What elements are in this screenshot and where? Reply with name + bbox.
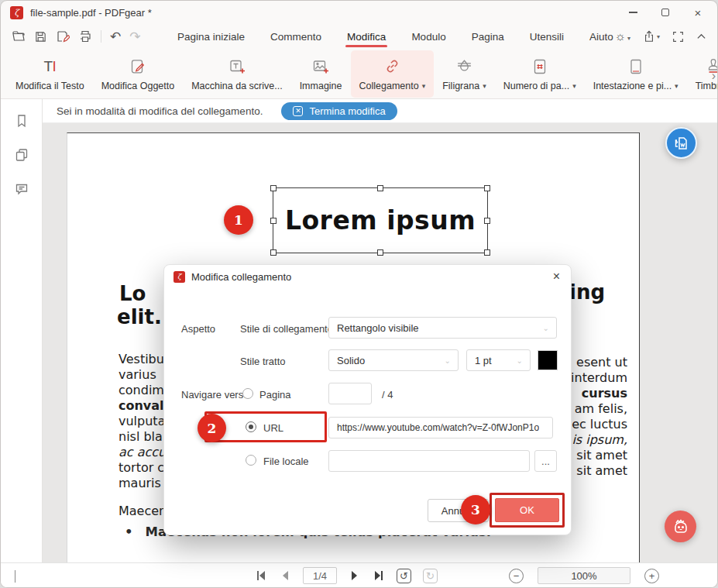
pages-panel-button[interactable] [14, 147, 29, 163]
tool-label: Modifica il Testo [15, 81, 84, 91]
tool-label: Collegamento [359, 81, 419, 91]
link-style-select[interactable]: Rettangolo visibile ⌄ [328, 317, 557, 339]
url-value: https://www.youtube.com/watch?v=Z-0fWJon… [337, 422, 539, 433]
tool-label: Macchina da scrive... [191, 81, 282, 91]
link-icon [383, 57, 401, 75]
collapse-ribbon-button[interactable] [696, 32, 706, 42]
redo-button[interactable]: ↷ [129, 30, 140, 43]
stroke-width-select[interactable]: 1 pt ⌄ [466, 349, 531, 371]
next-view-button[interactable]: ↻ [423, 569, 438, 583]
tool-typewriter[interactable]: Macchina da scrive... [183, 50, 290, 98]
dialog-title-bar: ζ Modifica collegamento [164, 265, 571, 288]
menu-bar: ↶ ↷ Pagina iniziale Commento Modifica Mo… [1, 24, 717, 49]
local-file-label: File locale [263, 456, 309, 467]
pdfgear-logo-icon: ζ [173, 271, 185, 283]
menu-modulo[interactable]: Modulo [410, 27, 447, 46]
first-page-button[interactable] [255, 569, 267, 582]
tool-watermark[interactable]: Filigrana▾ [434, 50, 494, 98]
tool-page-number[interactable]: Numero di pa...▾ [495, 50, 585, 98]
menu-utensili[interactable]: Utensili [528, 27, 565, 46]
previous-view-button[interactable]: ↺ [397, 569, 411, 583]
status-bar: 1/4 ↺ ↻ − 100% + [1, 562, 717, 587]
robot-icon [671, 517, 691, 537]
last-page-button[interactable] [373, 569, 385, 582]
chevron-down-icon: ⌄ [543, 324, 549, 332]
link-selection-box[interactable]: Lorem ipsum [273, 187, 488, 253]
resize-handle[interactable] [377, 249, 383, 256]
convert-to-word-button[interactable] [665, 127, 697, 159]
watermark-icon [455, 57, 473, 75]
share-button[interactable]: ▾ [643, 30, 660, 43]
page-navigation: 1/4 ↺ ↻ [255, 563, 438, 588]
tool-edit-text[interactable]: Tl Modifica il Testo [7, 50, 93, 98]
link-style-value: Rettangolo visibile [337, 322, 419, 334]
header-footer-icon [627, 57, 644, 75]
menu-commento[interactable]: Commento [269, 27, 323, 46]
resize-handle[interactable] [484, 218, 490, 224]
page-option-label: Pagina [259, 389, 290, 401]
tool-label: Immagine [300, 81, 342, 91]
menu-aiuto[interactable]: Aiuto [588, 27, 615, 46]
fullscreen-button[interactable] [672, 31, 684, 43]
next-page-button[interactable] [349, 569, 361, 582]
page-number-input[interactable] [328, 383, 372, 404]
tool-header-footer[interactable]: Intestazione e pi...▾ [585, 50, 687, 98]
dialog-close-button[interactable]: × [553, 270, 560, 284]
chevron-down-icon: ▾ [675, 82, 678, 90]
close-button[interactable]: × [682, 1, 714, 24]
print-button[interactable] [78, 29, 92, 43]
stroke-color-swatch[interactable] [538, 350, 558, 370]
resize-handle[interactable] [270, 249, 277, 256]
bullet-icon: • [125, 524, 133, 539]
pdfgear-logo-icon: ζ [10, 6, 23, 19]
left-panel-bar [1, 99, 43, 562]
stroke-style-select[interactable]: Solido ⌄ [328, 349, 459, 371]
resize-handle[interactable] [270, 218, 277, 224]
menu-modifica[interactable]: Modifica [345, 27, 387, 46]
zoom-in-button[interactable]: + [644, 569, 659, 583]
save-button[interactable] [34, 30, 47, 43]
undo-button[interactable]: ↶ [110, 30, 121, 43]
ai-assistant-button[interactable] [665, 511, 696, 542]
local-file-radio[interactable] [246, 455, 256, 466]
local-file-input[interactable] [328, 450, 530, 472]
tool-image[interactable]: Immagine [291, 50, 351, 98]
zoom-level-input[interactable]: 100% [538, 567, 630, 584]
chevron-down-icon: ▾ [483, 82, 486, 90]
resize-handle[interactable] [484, 249, 490, 256]
theme-button[interactable]: ☼▾ [614, 30, 630, 43]
comments-panel-button[interactable] [14, 181, 29, 197]
collapse-panel-button[interactable] [15, 570, 15, 582]
resize-handle[interactable] [377, 185, 383, 191]
stroke-width-value: 1 pt [475, 355, 492, 366]
end-edit-label: Termina modifica [309, 105, 385, 117]
minimize-button[interactable] [617, 1, 649, 24]
tool-edit-object[interactable]: Modifica Oggetto [93, 50, 184, 98]
page-radio[interactable] [242, 388, 253, 399]
tool-label: Numero di pa... [503, 81, 569, 91]
end-edit-button[interactable]: ✕ Termina modifica [281, 102, 397, 120]
menu-pagina-iniziale[interactable]: Pagina iniziale [176, 27, 246, 46]
open-file-button[interactable] [12, 29, 26, 43]
stroke-style-label: Stile tratto [240, 356, 286, 367]
url-input[interactable]: https://www.youtube.com/watch?v=Z-0fWJon… [328, 417, 553, 438]
edit-ribbon: Tl Modifica il Testo Modifica Oggetto Ma… [1, 49, 717, 99]
save-as-button[interactable] [56, 29, 70, 43]
menu-pagina[interactable]: Pagina [470, 27, 506, 46]
maximize-button[interactable] [649, 1, 682, 24]
page-indicator-input[interactable]: 1/4 [303, 567, 337, 584]
pdf-text-fragment: elit. [117, 305, 162, 328]
resize-handle[interactable] [484, 185, 490, 191]
link-style-label: Stile di collegamento [240, 323, 333, 335]
window-controls: × [617, 1, 714, 24]
tool-label: Filigrana [442, 81, 479, 91]
previous-page-button[interactable] [279, 569, 291, 582]
ribbon-scroll-right-button[interactable]: › [712, 69, 716, 83]
bookmarks-panel-button[interactable] [14, 113, 29, 129]
resize-handle[interactable] [270, 185, 277, 191]
ok-button[interactable]: OK [495, 498, 559, 522]
pdf-text-fragment: ing [569, 280, 605, 304]
browse-button[interactable]: ... [534, 450, 557, 472]
tool-link[interactable]: Collegamento▾ [351, 50, 435, 98]
zoom-out-button[interactable]: − [509, 569, 524, 583]
